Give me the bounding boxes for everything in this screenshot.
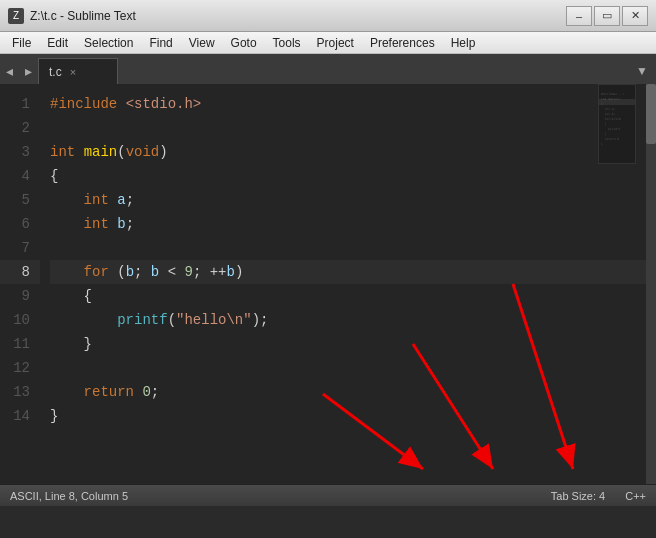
line-num-2: 2 xyxy=(0,116,40,140)
status-language[interactable]: C++ xyxy=(625,490,646,502)
maximize-button[interactable]: ▭ xyxy=(594,6,620,26)
window-controls: – ▭ ✕ xyxy=(566,6,648,26)
menu-project[interactable]: Project xyxy=(309,32,362,53)
tab-name: t.c xyxy=(49,65,62,79)
menu-help[interactable]: Help xyxy=(443,32,484,53)
tab-nav-left[interactable]: ◂ xyxy=(0,58,19,84)
code-line-7 xyxy=(50,236,646,260)
tab-bar: ◂ ▸ t.c × ▼ xyxy=(0,54,656,84)
minimize-button[interactable]: – xyxy=(566,6,592,26)
code-line-3: int main(void) xyxy=(50,140,646,164)
title-bar-left: Z Z:\t.c - Sublime Text xyxy=(8,8,136,24)
status-tab-size[interactable]: Tab Size: 4 xyxy=(551,490,605,502)
tab-close-button[interactable]: × xyxy=(70,66,76,78)
tab-dropdown[interactable]: ▼ xyxy=(628,58,656,84)
code-line-1: #include <stdio.h> xyxy=(50,92,646,116)
code-line-4: { xyxy=(50,164,646,188)
code-line-6: int b; xyxy=(50,212,646,236)
code-line-10: printf("hello\n"); xyxy=(50,308,646,332)
close-button[interactable]: ✕ xyxy=(622,6,648,26)
line-num-10: 10 xyxy=(0,308,40,332)
line-num-13: 13 xyxy=(0,380,40,404)
code-line-11: } xyxy=(50,332,646,356)
line-num-9: 9 xyxy=(0,284,40,308)
minimap: #include<...> int main(v) { int a; int b… xyxy=(598,84,636,164)
status-right: Tab Size: 4 C++ xyxy=(551,490,646,502)
status-position: ASCII, Line 8, Column 5 xyxy=(10,490,128,502)
line-num-11: 11 xyxy=(0,332,40,356)
title-bar: Z Z:\t.c - Sublime Text – ▭ ✕ xyxy=(0,0,656,32)
editor-container: 1 2 3 4 5 6 7 8 9 10 11 12 13 14 #includ… xyxy=(0,84,656,484)
menu-goto[interactable]: Goto xyxy=(223,32,265,53)
line-num-5: 5 xyxy=(0,188,40,212)
code-line-14: } xyxy=(50,404,646,428)
code-line-12 xyxy=(50,356,646,380)
menu-find[interactable]: Find xyxy=(141,32,180,53)
vertical-scrollbar[interactable] xyxy=(646,84,656,484)
menu-view[interactable]: View xyxy=(181,32,223,53)
line-num-4: 4 xyxy=(0,164,40,188)
code-line-9: { xyxy=(50,284,646,308)
code-line-8: for (b; b < 9; ++b) xyxy=(50,260,646,284)
code-area[interactable]: #include <stdio.h> int main(void) { int … xyxy=(40,84,646,484)
line-num-7: 7 xyxy=(0,236,40,260)
line-num-8: 8 xyxy=(0,260,40,284)
menu-file[interactable]: File xyxy=(4,32,39,53)
menu-preferences[interactable]: Preferences xyxy=(362,32,443,53)
title-text: Z:\t.c - Sublime Text xyxy=(30,9,136,23)
line-num-3: 3 xyxy=(0,140,40,164)
code-line-2 xyxy=(50,116,646,140)
status-bar: ASCII, Line 8, Column 5 Tab Size: 4 C++ xyxy=(0,484,656,506)
scrollbar-thumb[interactable] xyxy=(646,84,656,144)
line-num-6: 6 xyxy=(0,212,40,236)
line-numbers: 1 2 3 4 5 6 7 8 9 10 11 12 13 14 xyxy=(0,84,40,484)
line-num-1: 1 xyxy=(0,92,40,116)
tab-tc[interactable]: t.c × xyxy=(38,58,118,84)
menu-edit[interactable]: Edit xyxy=(39,32,76,53)
menu-bar: File Edit Selection Find View Goto Tools… xyxy=(0,32,656,54)
line-num-12: 12 xyxy=(0,356,40,380)
line-num-14: 14 xyxy=(0,404,40,428)
menu-selection[interactable]: Selection xyxy=(76,32,141,53)
code-line-13: return 0; xyxy=(50,380,646,404)
app-icon: Z xyxy=(8,8,24,24)
tab-nav-right[interactable]: ▸ xyxy=(19,58,38,84)
code-line-5: int a; xyxy=(50,188,646,212)
menu-tools[interactable]: Tools xyxy=(265,32,309,53)
